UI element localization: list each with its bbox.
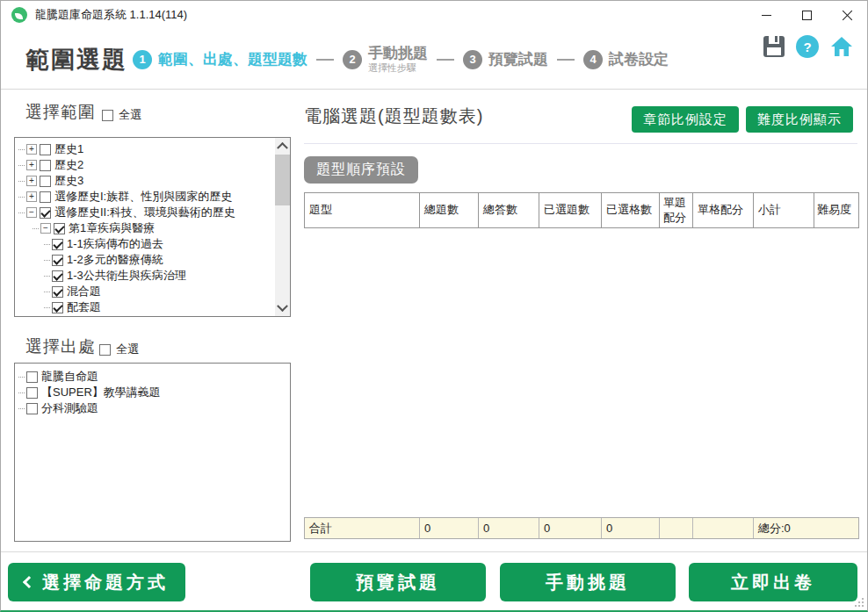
- tree-scrollbar[interactable]: [275, 138, 290, 316]
- tree-checkbox[interactable]: [40, 191, 51, 203]
- back-to-mode-button[interactable]: 選擇命題方式: [8, 563, 185, 601]
- tree-connector: [44, 292, 50, 292]
- scope-select-all-checkbox[interactable]: [102, 110, 113, 121]
- question-order-preset-button[interactable]: 題型順序預設: [304, 156, 418, 184]
- step-4-paper-settings[interactable]: 4 試卷設定: [583, 49, 669, 69]
- tree-expander-icon[interactable]: −: [40, 223, 51, 234]
- step-2-number: 2: [343, 50, 362, 69]
- app-logo-icon: [11, 7, 27, 23]
- tree-checkbox[interactable]: [52, 302, 63, 313]
- manual-pick-button[interactable]: 手動挑題: [500, 563, 676, 601]
- source-connector: [18, 377, 25, 378]
- step-3-label: 預覽試題: [488, 49, 548, 69]
- tree-checkbox[interactable]: [52, 255, 63, 266]
- tree-item[interactable]: 1-3公共衛生與疾病治理: [15, 268, 274, 284]
- tree-connector: [44, 307, 50, 308]
- source-checkbox[interactable]: [26, 387, 38, 399]
- tree-checkbox[interactable]: [40, 176, 51, 187]
- scope-section-title: 選擇範圍: [25, 101, 96, 124]
- tree-item[interactable]: − 選修歷史II:科技、環境與藝術的歷史: [15, 205, 274, 220]
- chapter-ratio-button[interactable]: 章節比例設定: [632, 106, 739, 133]
- source-item[interactable]: 【SUPER】教學講義題: [15, 385, 274, 400]
- tree-item[interactable]: − 第1章疾病與醫療: [15, 220, 274, 236]
- tree-item-label: 歷史1: [54, 141, 83, 157]
- tree-item[interactable]: 1-2多元的醫療傳統: [15, 252, 274, 268]
- generate-paper-button[interactable]: 立即出卷: [689, 563, 857, 601]
- tree-checkbox[interactable]: [52, 270, 63, 282]
- source-item[interactable]: 分科測驗題: [15, 400, 274, 416]
- step-2-label: 手動挑題 選擇性步驟: [368, 45, 428, 73]
- help-icon[interactable]: ?: [796, 35, 819, 58]
- chevron-left-icon: [23, 576, 35, 588]
- total-questions-value: 0: [420, 518, 479, 538]
- tree-item-label: 選修歷史I:族群、性別與國家的歷史: [54, 189, 232, 205]
- tree-checkbox[interactable]: [54, 223, 65, 234]
- scope-select-all-label: 全選: [119, 107, 141, 123]
- tree-item-label: 混合題: [67, 284, 101, 299]
- step-2-sublabel: 選擇性步驟: [368, 62, 428, 74]
- col-subtotal: 小計: [754, 193, 814, 227]
- close-button[interactable]: [827, 1, 867, 29]
- tree-checkbox[interactable]: [40, 144, 51, 155]
- source-select-all[interactable]: 全選: [99, 342, 139, 357]
- tree-expander-icon[interactable]: +: [26, 191, 37, 202]
- tree-item-label: 1-3公共衛生與疾病治理: [67, 268, 186, 284]
- col-total-questions: 總題數: [420, 193, 479, 227]
- tree-item[interactable]: 混合題: [15, 284, 274, 299]
- tree-connector: [18, 165, 25, 166]
- scrollbar-down-icon[interactable]: [275, 301, 290, 316]
- minimize-button[interactable]: [746, 1, 786, 29]
- resize-grip[interactable]: [855, 598, 864, 607]
- minimize-icon: [762, 15, 771, 16]
- selected-questions-value: 0: [539, 518, 602, 538]
- tree-expander-icon[interactable]: −: [26, 207, 37, 218]
- step-1-range[interactable]: 1 範圍、出處、題型題數: [133, 49, 307, 69]
- header-icons: ?: [763, 35, 853, 58]
- tree-expander-icon[interactable]: +: [26, 144, 37, 155]
- home-icon[interactable]: [830, 36, 853, 57]
- tree-expander-icon[interactable]: +: [26, 176, 37, 186]
- footer-divider: [1, 551, 867, 552]
- source-list-rows: 龍騰自命題 【SUPER】教學講義題 分科測驗題: [15, 369, 274, 416]
- tree-checkbox[interactable]: [52, 286, 63, 298]
- tree-connector: [18, 149, 25, 150]
- step-3-preview[interactable]: 3 預覽試題: [463, 49, 548, 69]
- scope-select-all[interactable]: 全選: [102, 107, 141, 123]
- source-connector: [18, 408, 25, 409]
- source-checkbox[interactable]: [26, 371, 38, 383]
- tree-connector: [33, 228, 39, 229]
- maximize-button[interactable]: [786, 1, 827, 29]
- scrollbar-up-icon[interactable]: [275, 138, 290, 153]
- step-2-manual-pick[interactable]: 2 手動挑題 選擇性步驟: [343, 45, 428, 73]
- total-answers-value: 0: [479, 518, 539, 538]
- tree-item[interactable]: 配套題: [15, 299, 274, 315]
- source-checkbox[interactable]: [26, 403, 38, 414]
- app-window: 龍騰題庫命題系統 1.1.14(114) 範圍選題 1 範圍、出處、題型題數 2…: [0, 0, 868, 612]
- source-select-all-checkbox[interactable]: [99, 344, 111, 356]
- tree-checkbox[interactable]: [40, 160, 51, 171]
- tree-item[interactable]: + 歷史2: [15, 157, 274, 173]
- points-per-blank-value: [693, 518, 754, 538]
- save-icon[interactable]: [763, 36, 785, 57]
- tree-connector: [44, 244, 50, 245]
- step-3-number: 3: [463, 50, 482, 69]
- tree-item-label: 1-1疾病傳布的過去: [67, 236, 163, 252]
- tree-item[interactable]: + 歷史3: [15, 173, 274, 189]
- total-label: 合計: [305, 518, 420, 538]
- back-to-mode-label: 選擇命題方式: [42, 571, 169, 594]
- col-difficulty: 難易度: [814, 193, 858, 227]
- difficulty-ratio-button[interactable]: 難度比例顯示: [746, 106, 853, 133]
- tree-checkbox[interactable]: [40, 207, 51, 219]
- source-item[interactable]: 龍騰自命題: [15, 369, 274, 385]
- tree-item[interactable]: + 選修歷史I:族群、性別與國家的歷史: [15, 189, 274, 205]
- tree-checkbox[interactable]: [52, 239, 63, 250]
- tree-item-label: 配套題: [67, 299, 101, 315]
- titlebar: 龍騰題庫命題系統 1.1.14(114): [1, 1, 867, 29]
- tree-item[interactable]: + 歷史1: [15, 141, 274, 157]
- tree-item[interactable]: 1-1疾病傳布的過去: [15, 236, 274, 252]
- preview-questions-button[interactable]: 預覽試題: [310, 563, 486, 601]
- scrollbar-thumb[interactable]: [275, 155, 290, 205]
- tree-expander-icon[interactable]: +: [26, 160, 37, 170]
- tree-connector: [18, 212, 25, 213]
- step-1-number: 1: [133, 50, 152, 69]
